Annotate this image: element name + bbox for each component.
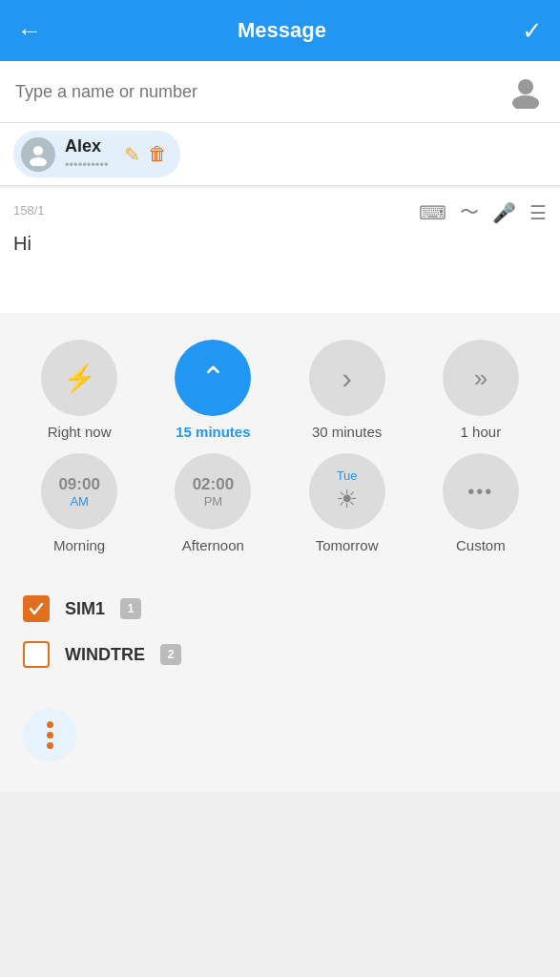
morning-circle: 09:00 AM [41,453,117,530]
afternoon-label: Afternoon [182,537,244,553]
morning-ampm: AM [70,494,89,509]
svg-point-2 [33,146,43,156]
tomorrow-day: Tue [337,468,358,483]
message-counter: 158/1 [13,203,45,218]
confirm-button[interactable]: ✓ [522,16,543,46]
fab-dot-3 [47,742,53,749]
schedule-item-custom[interactable]: ••• Custom [443,453,519,553]
recipient-input[interactable] [15,82,497,102]
sim-section: SIM1 1 WINDTRE 2 [0,571,560,693]
sim1-label: SIM1 [65,599,105,619]
afternoon-ampm: PM [204,494,223,509]
afternoon-circle: 02:00 PM [175,453,251,530]
30min-label: 30 minutes [312,424,382,440]
microphone-icon[interactable]: 🎤 [492,201,516,224]
compose-toolbar: ⌨ 〜 🎤 ☰ [419,196,547,229]
chevron-up-icon: ⌃ [200,363,226,393]
recipient-chip-area: Alex •••••••••• ✎ 🗑 [0,123,560,186]
15min-label: 15 minutes [176,424,250,440]
1hour-circle: » [443,340,519,416]
fab-dot-1 [47,721,53,728]
schedule-item-tomorrow[interactable]: Tue ☀ Tomorrow [309,453,385,553]
schedule-item-1hour[interactable]: » 1 hour [443,340,519,440]
windtre-checkbox[interactable] [23,641,50,668]
list-icon[interactable]: ☰ [529,201,547,224]
30min-circle: › [309,340,385,416]
windtre-badge: 2 [160,644,181,665]
more-options-fab[interactable] [23,708,76,761]
double-chevron-right-icon: » [474,364,487,393]
chip-info: Alex •••••••••• [65,136,109,172]
sim1-checkbox[interactable] [23,595,50,622]
right-now-circle: ⚡ [41,340,117,416]
keyboard-icon[interactable]: ⌨ [419,201,446,224]
schedule-item-30min[interactable]: › 30 minutes [309,340,385,440]
tomorrow-circle: Tue ☀ [309,453,385,530]
fab-area [0,693,560,792]
chip-actions: ✎ 🗑 [124,143,167,166]
chip-delete-button[interactable]: 🗑 [148,143,167,166]
header-title: Message [238,18,326,43]
morning-label: Morning [53,537,105,553]
single-chevron-right-icon: › [342,361,352,396]
custom-label: Custom [456,537,506,553]
sim1-row: SIM1 1 [23,586,537,632]
fab-dot-2 [47,732,53,738]
windtre-label: WINDTRE [65,645,145,665]
contacts-icon[interactable] [507,73,545,111]
schedule-item-15min[interactable]: ⌃ 15 minutes [175,340,251,440]
svg-point-1 [512,95,539,109]
morning-time: 09:00 [58,475,99,494]
1hour-label: 1 hour [461,424,502,440]
chip-name: Alex [65,136,101,156]
right-now-label: Right now [48,424,112,440]
compose-area: 158/1 ⌨ 〜 🎤 ☰ Hi [0,188,560,313]
chip-edit-button[interactable]: ✎ [124,143,140,166]
custom-circle: ••• [443,453,519,530]
sun-icon: ☀ [336,485,358,514]
ellipsis-icon: ••• [467,481,493,503]
schedule-section: ⚡ Right now ⌃ 15 minutes › 30 minutes » … [0,313,560,571]
afternoon-time: 02:00 [193,475,234,494]
svg-point-3 [30,157,47,166]
message-text[interactable]: Hi [13,229,547,305]
recipient-chip: Alex •••••••••• ✎ 🗑 [13,131,180,177]
sim1-badge: 1 [120,598,141,619]
schedule-item-afternoon[interactable]: 02:00 PM Afternoon [175,453,251,553]
back-button[interactable]: ← [17,16,42,46]
15min-circle: ⌃ [175,340,251,416]
tomorrow-label: Tomorrow [316,537,379,553]
header: ← Message ✓ [0,0,560,61]
svg-point-0 [518,79,533,94]
recipient-input-area [0,61,560,123]
schedule-grid: ⚡ Right now ⌃ 15 minutes › 30 minutes » … [17,340,543,553]
schedule-item-right-now[interactable]: ⚡ Right now [41,340,117,440]
lightning-icon: ⚡ [63,363,96,394]
voice-waveform-icon[interactable]: 〜 [460,199,479,225]
windtre-row: WINDTRE 2 [23,632,537,677]
avatar [21,137,55,172]
schedule-item-morning[interactable]: 09:00 AM Morning [41,453,117,553]
chip-number: •••••••••• [65,157,109,172]
